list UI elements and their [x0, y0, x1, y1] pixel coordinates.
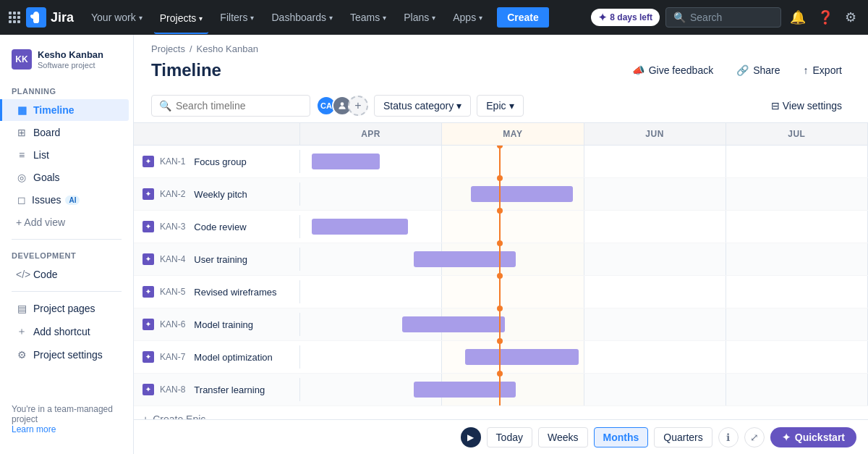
- gantt-bar[interactable]: [312, 219, 408, 235]
- issue-name: Weekly pitch: [194, 189, 247, 200]
- timeline-header: APR MAY JUN JUL: [134, 123, 868, 146]
- nav-teams[interactable]: Teams ▾: [344, 9, 392, 26]
- table-row: ✦ KAN-4 User training: [134, 243, 868, 276]
- row-label[interactable]: ✦ KAN-4 User training: [134, 248, 300, 271]
- issue-name: Model training: [194, 319, 253, 330]
- issue-key: KAN-5: [160, 287, 185, 297]
- chevron-down-icon: ▾: [456, 100, 461, 112]
- sidebar-item-project-pages[interactable]: ▤ Project pages: [4, 298, 129, 319]
- epic-filter[interactable]: Epic ▾: [477, 95, 523, 117]
- help-icon[interactable]: ❓: [814, 7, 836, 28]
- timeline-label-col-header: [134, 123, 300, 145]
- row-label[interactable]: ✦ KAN-6 Model training: [134, 313, 300, 336]
- export-button[interactable]: ↑ Export: [795, 60, 851, 80]
- table-row: ✦ KAN-5 Revised wireframes: [134, 276, 868, 308]
- search-icon: 🔍: [673, 12, 686, 23]
- page-title-row: Timeline 📣 Give feedback 🔗 Share ↑ Expor…: [134, 57, 868, 89]
- learn-more-link[interactable]: Learn more: [12, 424, 56, 434]
- table-row: ✦ KAN-7 Model optimization: [134, 341, 868, 374]
- gantt-bar[interactable]: [465, 349, 579, 365]
- issue-name: Model optimization: [194, 352, 272, 363]
- plus-icon: +: [142, 413, 148, 419]
- fullscreen-icon[interactable]: ⤢: [744, 427, 765, 447]
- today-line: [499, 308, 501, 340]
- page-title: Timeline: [151, 60, 221, 80]
- info-icon[interactable]: ℹ: [718, 427, 739, 447]
- row-label[interactable]: ✦ KAN-1 Focus group: [134, 150, 300, 173]
- sidebar-item-project-settings[interactable]: ⚙ Project settings: [4, 344, 129, 366]
- sliders-icon: ⊟: [771, 100, 780, 112]
- issue-icon: ✦: [142, 384, 154, 395]
- jira-logo[interactable]: Jira: [26, 7, 74, 28]
- give-feedback-button[interactable]: 📣 Give feedback: [624, 60, 723, 80]
- row-gantt: [300, 178, 868, 210]
- nav-your-work[interactable]: Your work ▾: [85, 9, 148, 26]
- goals-icon: ◎: [16, 172, 27, 183]
- notifications-icon[interactable]: 🔔: [787, 7, 809, 28]
- project-settings-icon: ⚙: [16, 349, 27, 361]
- project-type: Software project: [38, 61, 103, 70]
- breadcrumb-projects[interactable]: Projects: [151, 43, 185, 54]
- sidebar-item-list[interactable]: ≡ List: [4, 144, 129, 166]
- bottom-bar: ▶ Today Weeks Months Quarters ℹ ⤢ ✦ Quic…: [134, 419, 868, 454]
- pages-icon: ▤: [16, 303, 27, 314]
- planning-section: PLANNING: [0, 81, 133, 98]
- add-view-label: + Add view: [16, 217, 65, 228]
- row-label[interactable]: ✦ KAN-5 Revised wireframes: [134, 280, 300, 303]
- sidebar-item-board[interactable]: ⊞ Board: [4, 122, 129, 143]
- create-button[interactable]: Create: [497, 7, 549, 28]
- row-label[interactable]: ✦ KAN-7 Model optimization: [134, 345, 300, 369]
- sidebar-footer: You're in a team-managed project Learn m…: [0, 395, 133, 443]
- nav-dashboards[interactable]: Dashboards ▾: [265, 9, 339, 26]
- row-label[interactable]: ✦ KAN-3 Code review: [134, 215, 300, 238]
- months-button[interactable]: Months: [594, 427, 649, 447]
- issue-key: KAN-2: [160, 189, 185, 199]
- main-content: Projects / Kesho Kanban Timeline 📣 Give …: [134, 35, 868, 454]
- quickstart-button[interactable]: ✦ Quickstart: [770, 427, 856, 447]
- gantt-bar[interactable]: [414, 382, 516, 398]
- quarters-button[interactable]: Quarters: [654, 427, 712, 447]
- grid-icon[interactable]: [9, 12, 20, 23]
- issue-key: KAN-8: [160, 384, 185, 395]
- gantt-bar[interactable]: [402, 316, 504, 332]
- issue-icon: ✦: [142, 286, 154, 298]
- sidebar-item-add-shortcut[interactable]: ＋ Add shortcut: [4, 320, 129, 343]
- sidebar-item-goals[interactable]: ◎ Goals: [4, 167, 129, 188]
- today-line: [499, 243, 501, 275]
- sidebar-item-timeline[interactable]: ▦ Timeline: [0, 99, 129, 121]
- nav-search[interactable]: 🔍 Search: [665, 7, 781, 28]
- bottom-nav-left[interactable]: ▶: [461, 427, 481, 447]
- share-icon: 🔗: [736, 64, 749, 76]
- nav-projects[interactable]: Projects ▾: [154, 9, 209, 34]
- gantt-bar[interactable]: [471, 186, 573, 202]
- sidebar-item-code[interactable]: </> Code: [4, 264, 129, 285]
- status-category-filter[interactable]: Status category ▾: [374, 95, 471, 117]
- today-line: [499, 276, 501, 308]
- row-label[interactable]: ✦ KAN-8 Transfer learning: [134, 378, 300, 401]
- nav-plans[interactable]: Plans ▾: [398, 9, 441, 26]
- today-line: [499, 146, 501, 177]
- row-label[interactable]: ✦ KAN-2 Weekly pitch: [134, 182, 300, 206]
- sidebar-divider-2: [12, 291, 122, 292]
- sidebar-item-issues[interactable]: ◻ Issues AI: [4, 189, 129, 211]
- nav-apps[interactable]: Apps ▾: [447, 9, 488, 26]
- view-settings-button[interactable]: ⊟ View settings: [762, 96, 851, 116]
- create-epic-button[interactable]: + Create Epic: [134, 406, 300, 419]
- layout: KK Kesho Kanban Software project PLANNIN…: [0, 35, 868, 454]
- gantt-bar[interactable]: [414, 251, 516, 267]
- settings-icon[interactable]: ⚙: [842, 7, 859, 28]
- export-icon: ↑: [804, 64, 809, 76]
- today-line: [499, 341, 501, 373]
- sidebar-add-view[interactable]: + Add view: [4, 211, 129, 233]
- weeks-button[interactable]: Weeks: [538, 427, 588, 447]
- table-row: ✦ KAN-6 Model training: [134, 308, 868, 341]
- nav-filters[interactable]: Filters ▾: [214, 9, 260, 26]
- gantt-bar[interactable]: [312, 154, 380, 169]
- search-timeline-input[interactable]: [176, 100, 302, 112]
- today-button[interactable]: Today: [487, 427, 532, 447]
- avatar-add[interactable]: +: [348, 96, 368, 116]
- share-button[interactable]: 🔗 Share: [728, 60, 788, 80]
- trial-badge[interactable]: ✦ 8 days left: [591, 9, 660, 26]
- breadcrumb-kesho[interactable]: Kesho Kanban: [197, 43, 258, 54]
- search-timeline-box[interactable]: 🔍: [151, 95, 310, 117]
